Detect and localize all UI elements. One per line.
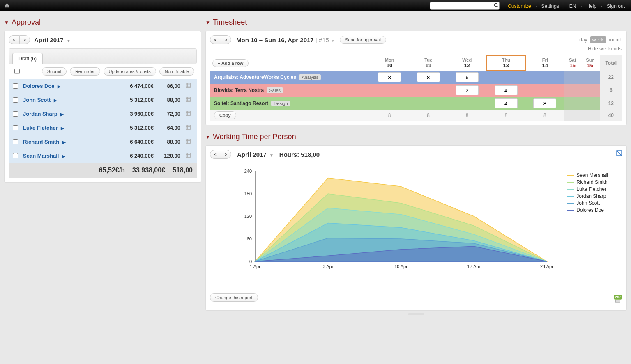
approval-title[interactable]: ▼Approval [4,18,201,27]
row-checkbox[interactable] [13,153,18,158]
view-week[interactable]: week [590,36,606,43]
nonbillable-button[interactable]: Non-Billable [159,67,194,76]
expand-icon[interactable]: ▶ [60,112,64,117]
project-label[interactable]: Soltel: Santiago Resort Design [210,97,370,110]
approval-row[interactable]: Richard Smith ▶ 6 640,00€ 88,00 [9,135,197,149]
grid-icon[interactable] [184,138,193,145]
update-rates-button[interactable]: Update rates & costs [104,67,156,76]
hours-cell-empty[interactable] [564,97,581,110]
dropdown-icon[interactable]: ▼ [67,39,71,43]
hours-input[interactable] [456,85,479,95]
copy-button[interactable]: Copy [214,111,236,119]
hours-cell-empty[interactable] [409,97,448,110]
help-link[interactable]: Help [586,3,596,9]
change-report-button[interactable]: Change this report [210,293,258,302]
submit-button[interactable]: Submit [42,67,67,76]
approval-row[interactable]: Jordan Sharp ▶ 3 960,00€ 72,00 [9,107,197,121]
timesheet-range[interactable]: Mon 10 – Sun 16, Apr 2017 | #15 ▼ [236,37,335,43]
search-box[interactable] [430,2,500,10]
hours-cell-empty[interactable] [448,97,487,110]
legend-item[interactable]: Sean Marshall [567,172,608,178]
hours-cell-empty[interactable] [564,84,581,97]
legend-item[interactable]: Jordan Sharp [567,193,608,199]
view-day[interactable]: day [579,37,587,43]
collapse-icon[interactable]: ▼ [205,134,210,140]
next-week-button[interactable]: > [221,35,231,44]
legend-item[interactable]: Richard Smith [567,179,608,185]
export-icon[interactable] [616,150,622,158]
resize-handle[interactable] [408,313,424,315]
grid-icon[interactable] [184,96,193,103]
person-name[interactable]: Richard Smith ▶ [23,139,115,145]
hours-cell-empty[interactable] [564,71,581,84]
dropdown-icon[interactable]: ▼ [269,153,274,158]
expand-icon[interactable]: ▶ [61,126,64,130]
expand-icon[interactable]: ▶ [58,84,61,89]
project-label[interactable]: Arquilabs: AdventureWorks Cycles Analysi… [210,71,370,84]
person-name[interactable]: Luke Fletcher ▶ [23,125,115,131]
approval-row[interactable]: Dolores Doe ▶ 6 474,00€ 86,00 [9,79,197,93]
row-checkbox[interactable] [13,125,18,130]
row-checkbox[interactable] [13,97,18,103]
signout-link[interactable]: Sign out [607,3,625,9]
prev-week-button[interactable]: < [210,35,221,44]
tab-draft[interactable]: Draft (6) [12,53,43,64]
hours-cell-empty[interactable] [409,84,448,97]
collapse-icon[interactable]: ▼ [205,20,210,25]
reminder-button[interactable]: Reminder [70,67,100,76]
prev-month-button[interactable]: < [9,35,19,44]
hours-input[interactable] [456,72,479,82]
hours-cell-empty[interactable] [581,84,600,97]
row-checkbox[interactable] [13,83,18,89]
legend-item[interactable]: Dolores Doe [567,207,608,213]
view-month[interactable]: month [609,37,622,43]
timesheet-title[interactable]: ▼Timesheet [205,18,627,27]
project-label[interactable]: Biovida: Terra Nostra Sales [210,84,370,97]
hours-input[interactable] [495,85,518,95]
person-name[interactable]: Sean Marshall ▶ [23,153,115,159]
next-month-button[interactable]: > [19,35,30,44]
hours-cell-empty[interactable] [525,71,564,84]
approval-row[interactable]: Sean Marshall ▶ 6 240,00€ 120,00 [9,149,197,163]
search-input[interactable] [432,3,494,9]
approval-row[interactable]: Luke Fletcher ▶ 5 312,00€ 64,00 [9,121,197,135]
prev-period-button[interactable]: < [210,150,221,159]
hours-input[interactable] [495,98,518,108]
expand-icon[interactable]: ▶ [54,98,57,103]
grid-icon[interactable] [184,82,193,89]
settings-link[interactable]: Settings [541,3,559,9]
lang-link[interactable]: EN [569,3,576,9]
csv-export-icon[interactable]: CSV [613,294,622,304]
home-icon[interactable] [4,2,10,9]
hours-cell-empty[interactable] [486,71,525,84]
hours-input[interactable] [417,72,440,82]
legend-item[interactable]: Luke Fletcher [567,186,608,192]
grid-icon[interactable] [184,152,193,159]
search-icon[interactable] [494,3,499,9]
row-checkbox[interactable] [13,139,18,144]
row-checkbox[interactable] [13,111,18,117]
legend-item[interactable]: John Scott [567,200,608,206]
next-period-button[interactable]: > [221,150,231,159]
person-name[interactable]: Dolores Doe ▶ [23,83,115,89]
hours-cell-empty[interactable] [370,97,409,110]
hide-weekends-link[interactable]: Hide weekends [210,44,622,55]
hours-cell-empty[interactable] [370,84,409,97]
select-all-checkbox[interactable] [14,67,20,76]
working-title[interactable]: ▼Working Time per Person [205,133,627,141]
expand-icon[interactable]: ▶ [62,140,66,144]
add-row-button[interactable]: + Add a row [212,59,249,67]
grid-icon[interactable] [184,110,193,117]
grid-icon[interactable] [184,124,193,131]
approval-period[interactable]: April 2017 ▼ [34,37,71,43]
hours-cell-empty[interactable] [525,84,564,97]
hours-cell-empty[interactable] [581,97,600,110]
expand-icon[interactable]: ▶ [62,154,65,158]
person-name[interactable]: Jordan Sharp ▶ [23,111,115,117]
collapse-icon[interactable]: ▼ [4,20,9,25]
person-name[interactable]: John Scott ▶ [23,97,115,103]
approval-row[interactable]: John Scott ▶ 5 312,00€ 88,00 [9,93,197,107]
hours-cell-empty[interactable] [581,71,600,84]
customize-link[interactable]: Customize [508,3,531,9]
hours-input[interactable] [533,98,556,108]
